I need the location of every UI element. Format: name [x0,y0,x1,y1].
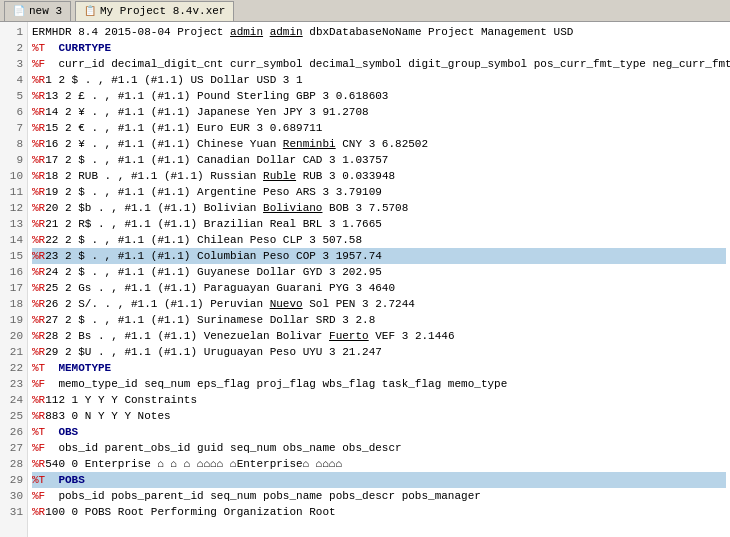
line-28: %R 540 0 Enterprise ⌂ ⌂ ⌂ ⌂⌂⌂⌂ ⌂Enterpri… [32,456,726,472]
line-tag: %R [32,344,45,360]
line-22: %T MEMOTYPE [32,360,726,376]
line-24: %R 112 1 Y Y Y Constraints [32,392,726,408]
tab-myproject[interactable]: 📋 My Project 8.4v.xer [75,1,234,21]
line-number-14: 14 [4,232,23,248]
line-number-1: 1 [4,24,23,40]
line-26: %T OBS [32,424,726,440]
line-20: %R 28 2 Bs . , #1.1 (#1.1) Venezuelan Bo… [32,328,726,344]
line-number-3: 3 [4,56,23,72]
line-number-12: 12 [4,200,23,216]
line-record-data: 21 2 R$ . , #1.1 (#1.1) Brazilian Real B… [45,216,382,232]
line-tag: %T [32,40,45,56]
line-record-data: 540 0 Enterprise ⌂ ⌂ ⌂ ⌂⌂⌂⌂ ⌂Enterprise⌂… [45,456,342,472]
line-record-data: 25 2 Gs . , #1.1 (#1.1) Paraguayan Guara… [45,280,395,296]
line-number-16: 16 [4,264,23,280]
line-record-data: 29 2 $U . , #1.1 (#1.1) Uruguayan Peso U… [45,344,382,360]
line-number-27: 27 [4,440,23,456]
line-fields: memo_type_id seq_num eps_flag proj_flag … [58,376,507,392]
line-number-8: 8 [4,136,23,152]
line-tag: %R [32,152,45,168]
line-number-2: 2 [4,40,23,56]
line-15: %R 23 2 $ . , #1.1 (#1.1) Columbian Peso… [32,248,726,264]
line-18: %R 26 2 S/. . , #1.1 (#1.1) Peruvian Nue… [32,296,726,312]
line-tag: %R [32,248,45,264]
line-number-6: 6 [4,104,23,120]
line-tag: %R [32,168,45,184]
line-tag: %R [32,232,45,248]
line-6: %R 14 2 ¥ . , #1.1 (#1.1) Japanese Yen J… [32,104,726,120]
line-tag: %F [32,376,45,392]
line-fields: obs_id parent_obs_id guid seq_num obs_na… [58,440,401,456]
line-tag: %T [32,424,45,440]
line-record-data: 17 2 $ . , #1.1 (#1.1) Canadian Dollar C… [45,152,388,168]
line-record-data: 19 2 $ . , #1.1 (#1.1) Argentine Peso AR… [45,184,382,200]
line-3: %F curr_id decimal_digit_cnt curr_symbol… [32,56,726,72]
line-tag: %R [32,72,45,88]
line-record-data: 13 2 £ . , #1.1 (#1.1) Pound Sterling GB… [45,88,388,104]
line-number-26: 26 [4,424,23,440]
line-tag: %R [32,328,45,344]
line-number-31: 31 [4,504,23,520]
line-number-4: 4 [4,72,23,88]
line-section-name: CURRTYPE [58,40,111,56]
line-7: %R 15 2 € . , #1.1 (#1.1) Euro EUR 3 0.6… [32,120,726,136]
line-tag: %R [32,136,45,152]
content-area[interactable]: ERMHDR 8.4 2015-08-04 Project admin admi… [28,22,730,537]
line-tag: %R [32,392,45,408]
line-record-data: 112 1 Y Y Y Constraints [45,392,197,408]
line-number-23: 23 [4,376,23,392]
editor-area: 1234567891011121314151617181920212223242… [0,22,730,537]
tab-label-myproject: My Project 8.4v.xer [100,5,225,17]
line-tag: %R [32,216,45,232]
line-tag: %R [32,104,45,120]
line-number-10: 10 [4,168,23,184]
line-12: %R 20 2 $b . , #1.1 (#1.1) Bolivian Boli… [32,200,726,216]
line-number-28: 28 [4,456,23,472]
line-tag: %F [32,440,45,456]
line-header: ERMHDR 8.4 2015-08-04 Project admin admi… [32,24,573,40]
line-tag: %R [32,456,45,472]
line-record-data: 1 2 $ . , #1.1 (#1.1) US Dollar USD 3 1 [45,72,302,88]
title-bar: 📄 new 3 📋 My Project 8.4v.xer [0,0,730,22]
line-section-name: POBS [58,472,84,488]
line-tag: %T [32,360,45,376]
line-record-data: 28 2 Bs . , #1.1 (#1.1) Venezuelan Boliv… [45,328,454,344]
tab-new3[interactable]: 📄 new 3 [4,1,71,21]
line-27: %F obs_id parent_obs_id guid seq_num obs… [32,440,726,456]
line-5: %R 13 2 £ . , #1.1 (#1.1) Pound Sterling… [32,88,726,104]
line-10: %R 18 2 RUB . , #1.1 (#1.1) Russian Rubl… [32,168,726,184]
line-13: %R 21 2 R$ . , #1.1 (#1.1) Brazilian Rea… [32,216,726,232]
line-number-13: 13 [4,216,23,232]
line-record-data: 883 0 N Y Y Y Notes [45,408,170,424]
line-19: %R 27 2 $ . , #1.1 (#1.1) Surinamese Dol… [32,312,726,328]
line-tag: %T [32,472,45,488]
line-section-name: MEMOTYPE [58,360,111,376]
line-21: %R 29 2 $U . , #1.1 (#1.1) Uruguayan Pes… [32,344,726,360]
line-17: %R 25 2 Gs . , #1.1 (#1.1) Paraguayan Gu… [32,280,726,296]
line-number-21: 21 [4,344,23,360]
line-numbers: 1234567891011121314151617181920212223242… [0,22,28,537]
line-tag: %R [32,88,45,104]
line-tag: %R [32,200,45,216]
line-number-22: 22 [4,360,23,376]
line-fields: pobs_id pobs_parent_id seq_num pobs_name… [58,488,480,504]
line-number-9: 9 [4,152,23,168]
line-30: %F pobs_id pobs_parent_id seq_num pobs_n… [32,488,726,504]
line-tag: %R [32,296,45,312]
line-record-data: 18 2 RUB . , #1.1 (#1.1) Russian Ruble R… [45,168,395,184]
line-number-17: 17 [4,280,23,296]
line-23: %F memo_type_id seq_num eps_flag proj_fl… [32,376,726,392]
line-tag: %R [32,408,45,424]
line-record-data: 20 2 $b . , #1.1 (#1.1) Bolivian Bolivia… [45,200,408,216]
line-29: %T POBS [32,472,726,488]
line-record-data: 26 2 S/. . , #1.1 (#1.1) Peruvian Nuevo … [45,296,415,312]
line-number-11: 11 [4,184,23,200]
line-4: %R 1 2 $ . , #1.1 (#1.1) US Dollar USD 3… [32,72,726,88]
line-number-29: 29 [4,472,23,488]
tab-icon-myproject: 📋 [84,5,96,17]
line-11: %R 19 2 $ . , #1.1 (#1.1) Argentine Peso… [32,184,726,200]
line-1: ERMHDR 8.4 2015-08-04 Project admin admi… [32,24,726,40]
line-31: %R 100 0 POBS Root Performing Organizati… [32,504,726,520]
line-number-5: 5 [4,88,23,104]
line-number-19: 19 [4,312,23,328]
